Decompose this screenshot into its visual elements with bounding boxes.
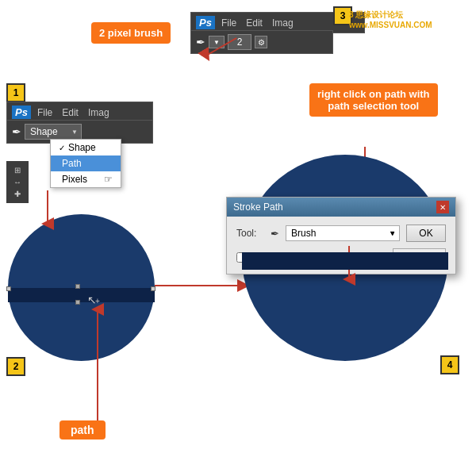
dialog-title-text: Stroke Path [233, 202, 283, 213]
watermark: 3 思缘设计论坛 www.MISSVUAN.COM [349, 10, 476, 29]
step-4-badge: 4 [440, 355, 459, 374]
cursor-1: ↖+ [87, 294, 100, 306]
menu-image-1[interactable]: Imag [85, 107, 113, 118]
arrow-down-1 [40, 190, 56, 230]
handle-top [75, 284, 80, 289]
dialog-title-bar[interactable]: Stroke Path ✕ [227, 198, 455, 217]
menu-edit-3[interactable]: Edit [243, 17, 266, 29]
ok-button[interactable]: OK [406, 225, 446, 242]
circle-line-2 [242, 252, 448, 270]
menu-edit-1[interactable]: Edit [59, 107, 82, 118]
dropdown-item-pixels[interactable]: Pixels ☞ [51, 171, 121, 187]
right-click-annotation: right click on path with path selection … [309, 83, 438, 117]
pixel-brush-annotation: 2 pixel brush [91, 22, 171, 44]
step-2-badge: 2 [6, 357, 25, 376]
menu-file-1[interactable]: File [34, 107, 56, 118]
menu-file-3[interactable]: File [218, 17, 240, 29]
ps-logo-3: Ps [196, 16, 215, 29]
brush-extra-btn[interactable]: ⚙ [255, 36, 267, 48]
handle-right [151, 286, 155, 291]
shape-dropdown[interactable]: Shape [25, 124, 82, 140]
brush-icon-1: ✒ [12, 125, 21, 138]
dropdown-item-shape[interactable]: ✓ Shape [51, 140, 121, 155]
menu-image-3[interactable]: Imag [269, 17, 297, 29]
arrow-right [155, 278, 250, 294]
ps-logo-1: Ps [12, 106, 31, 119]
path-annotation: path [60, 420, 106, 440]
svg-line-7 [206, 38, 236, 56]
step-1-badge: 1 [6, 83, 25, 102]
tool-select[interactable]: Brush ▼ [286, 225, 400, 241]
dropdown-item-path[interactable]: Path [51, 155, 121, 171]
handle-bottom [75, 300, 80, 305]
arrow-annotation-to-toolbar [190, 38, 238, 62]
tools-panel: ⊞ ↔ ✚ [6, 161, 29, 203]
handle-left [6, 286, 11, 291]
tool-row: Tool: ✒ Brush ▼ OK [236, 225, 446, 242]
circle-line-1 [8, 288, 155, 302]
shape-dropdown-menu: ✓ Shape Path Pixels ☞ [50, 139, 121, 188]
tool-label: Tool: [236, 228, 264, 239]
brush-icon-dialog: ✒ [271, 228, 279, 240]
dialog-close-button[interactable]: ✕ [436, 201, 449, 213]
arrow-path-up [97, 303, 98, 420]
